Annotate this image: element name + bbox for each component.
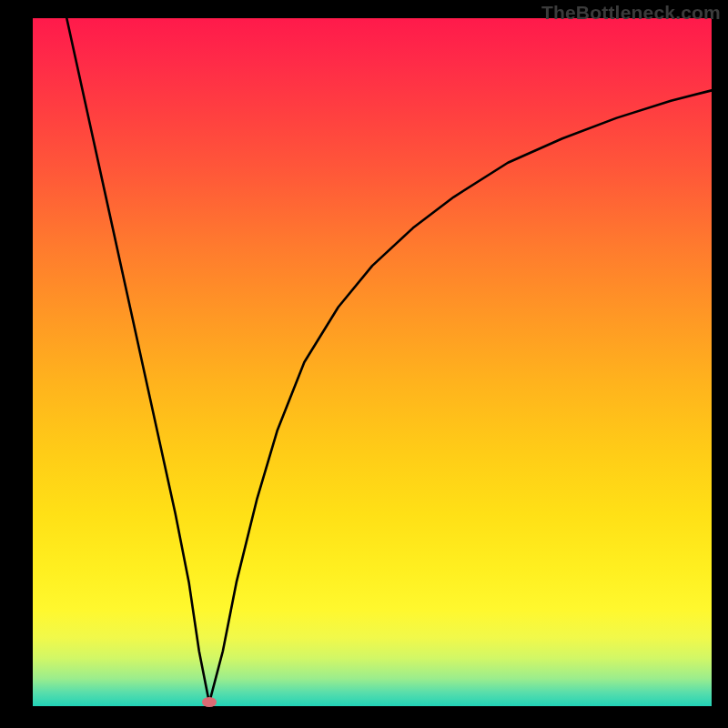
chart-frame: TheBottleneck.com [0, 0, 728, 728]
plot-area [33, 18, 712, 706]
bottleneck-curve [33, 18, 712, 706]
watermark-text: TheBottleneck.com [541, 2, 721, 24]
